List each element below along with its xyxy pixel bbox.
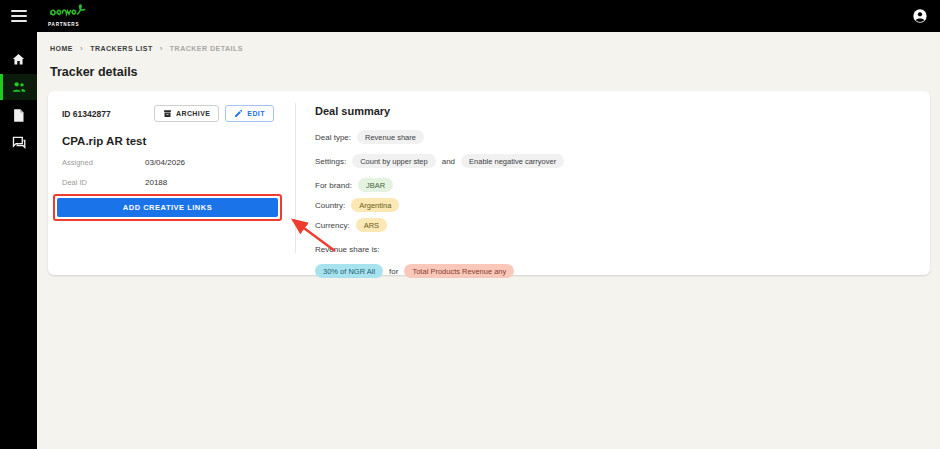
people-icon	[11, 80, 27, 94]
currency-chip: ARS	[356, 218, 387, 232]
archive-button[interactable]: ARCHIVE	[154, 105, 219, 122]
settings-label: Settings:	[315, 157, 346, 166]
archive-button-label: ARCHIVE	[176, 110, 210, 117]
revenue-products-chip: Total Products Revenue any	[404, 264, 514, 278]
document-icon	[12, 108, 25, 123]
tracker-id: ID 61342877	[62, 109, 154, 119]
deal-type-label: Deal type:	[315, 133, 351, 142]
deal-type-row: Deal type: Revenue share	[315, 130, 930, 144]
archive-icon	[163, 109, 172, 118]
settings-row: Settings: Count by upper step and Enable…	[315, 154, 930, 168]
tracker-details-card: ID 61342877 ARCHIVE EDIT CPA.rip AR test	[48, 91, 930, 275]
revenue-share-row-chips: 30% of NGR All for Total Products Revenu…	[315, 264, 930, 278]
logo-partners-text: PARTNERS	[48, 22, 88, 27]
growe-partners-logo[interactable]: PARTNERS	[48, 2, 88, 30]
brand-row: For brand: JBAR	[315, 178, 930, 192]
sidebar-item-documents[interactable]	[0, 102, 37, 128]
country-chip: Argentina	[351, 198, 399, 212]
assigned-value: 03/04/2026	[145, 158, 185, 167]
page-title: Tracker details	[50, 65, 940, 79]
edit-button-label: EDIT	[247, 110, 265, 117]
account-circle-icon[interactable]	[912, 8, 928, 24]
brand-chip: JBAR	[358, 178, 393, 192]
assigned-label: Assigned	[62, 158, 145, 167]
chevron-right-icon: ›	[80, 44, 83, 53]
field-row-assigned: Assigned 03/04/2026	[62, 158, 295, 167]
main-content: HOME › TRACKERS LIST › TRACKER DETAILS T…	[37, 32, 940, 449]
settings-chip-carryover: Enable negative carryover	[461, 154, 564, 168]
breadcrumb-tracker-details: TRACKER DETAILS	[170, 45, 243, 52]
hamburger-menu-icon[interactable]	[11, 10, 27, 22]
sidebar	[0, 0, 37, 449]
revenue-percent-chip: 30% of NGR All	[315, 264, 383, 278]
sidebar-item-partners[interactable]	[0, 74, 37, 100]
country-row: Country: Argentina	[315, 198, 930, 212]
settings-chip-count: Count by upper step	[352, 154, 436, 168]
currency-row: Currency: ARS	[315, 218, 930, 232]
revenue-conjunction: for	[389, 267, 398, 276]
revenue-share-label: Revenue share is:	[315, 245, 379, 254]
deal-id-value: 20188	[145, 178, 167, 187]
home-icon	[11, 52, 26, 67]
country-label: Country:	[315, 201, 345, 210]
pencil-icon	[234, 109, 243, 118]
breadcrumb-home[interactable]: HOME	[50, 45, 73, 52]
breadcrumb-trackers-list[interactable]: TRACKERS LIST	[90, 45, 153, 52]
deal-summary-title: Deal summary	[315, 105, 930, 117]
deal-id-label: Deal ID	[62, 178, 145, 187]
brand-label: For brand:	[315, 181, 352, 190]
tracker-name: CPA.rip AR test	[62, 135, 295, 147]
annotation-highlight-box: ADD CREATIVE LINKS	[53, 194, 282, 221]
settings-conjunction: and	[442, 157, 455, 166]
tracker-info-panel: ID 61342877 ARCHIVE EDIT CPA.rip AR test	[48, 91, 295, 275]
revenue-share-row-label: Revenue share is:	[315, 245, 930, 254]
deal-type-chip: Revenue share	[357, 130, 424, 144]
currency-label: Currency:	[315, 221, 350, 230]
top-bar	[0, 0, 940, 32]
active-indicator	[0, 74, 3, 100]
field-row-deal-id: Deal ID 20188	[62, 178, 295, 187]
chat-icon	[11, 136, 26, 150]
chevron-right-icon: ›	[160, 44, 163, 53]
deal-summary-panel: Deal summary Deal type: Revenue share Se…	[296, 91, 930, 275]
sidebar-item-chat[interactable]	[0, 130, 37, 156]
sidebar-nav	[0, 46, 37, 158]
breadcrumb: HOME › TRACKERS LIST › TRACKER DETAILS	[50, 42, 940, 54]
sidebar-item-home[interactable]	[0, 46, 37, 72]
edit-button[interactable]: EDIT	[225, 105, 274, 122]
add-creative-links-button[interactable]: ADD CREATIVE LINKS	[57, 198, 278, 217]
logo-wordmark-icon	[48, 2, 86, 20]
